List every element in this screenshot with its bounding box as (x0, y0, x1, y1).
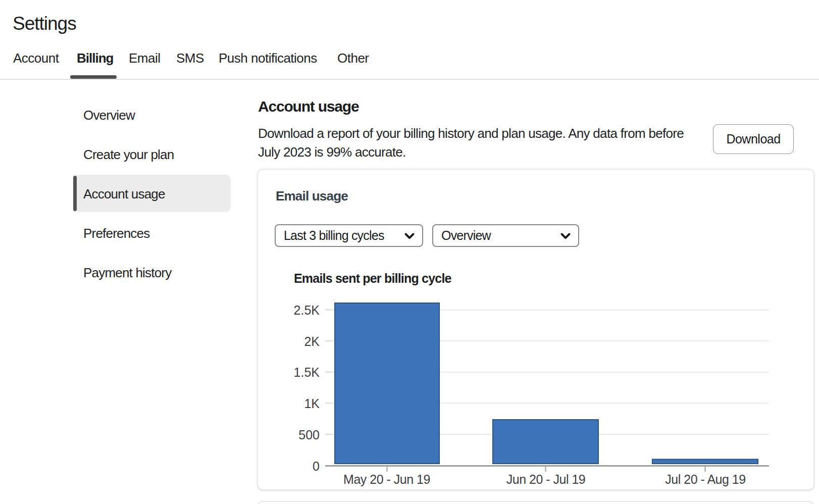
svg-text:1.5K: 1.5K (294, 365, 320, 379)
svg-text:2K: 2K (304, 334, 320, 348)
svg-text:500: 500 (298, 428, 320, 442)
svg-text:Jun 20 - Jul 19: Jun 20 - Jul 19 (506, 472, 586, 486)
svg-text:Jul 20 - Aug 19: Jul 20 - Aug 19 (665, 472, 745, 486)
svg-text:1K: 1K (304, 396, 320, 411)
svg-text:2.5K: 2.5K (294, 303, 320, 317)
svg-text:0: 0 (313, 459, 320, 473)
svg-text:May 20 - Jun 19: May 20 - Jun 19 (343, 472, 430, 486)
